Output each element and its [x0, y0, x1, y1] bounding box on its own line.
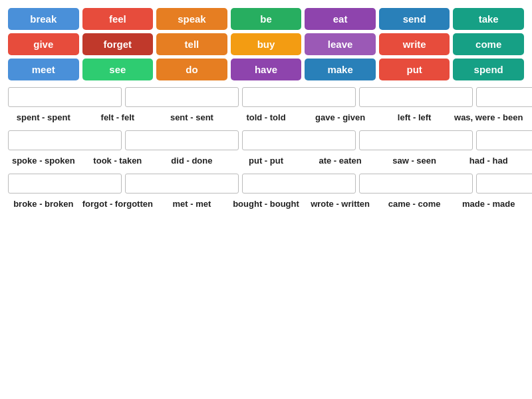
verb-btn-take[interactable]: take [453, 8, 524, 30]
result-cell-3-4: bought - bought [231, 198, 302, 211]
verb-btn-write[interactable]: write [379, 33, 450, 55]
result-row-3: broke - brokenforgot - forgottenmet - me… [8, 198, 524, 211]
result-cell-3-5: wrote - written [305, 198, 376, 211]
verb-btn-break[interactable]: break [8, 8, 79, 30]
result-cell-1-2: felt - felt [82, 111, 154, 125]
result-cell-2-2: took - taken [82, 154, 154, 168]
verb-buttons-grid: breakfeelspeakbeeatsendtakegiveforgettel… [8, 8, 524, 80]
answer-2-1[interactable] [8, 130, 122, 150]
answer-1-2[interactable] [125, 87, 239, 107]
verb-btn-have[interactable]: have [231, 59, 302, 80]
answer-2-3[interactable] [242, 130, 356, 150]
verb-btn-do[interactable]: do [156, 59, 227, 80]
result-cell-2-4: put - put [231, 154, 302, 168]
answer-1-1[interactable] [8, 87, 122, 107]
answer-1-5[interactable] [476, 87, 532, 107]
verb-btn-send[interactable]: send [379, 8, 450, 30]
verb-btn-leave[interactable]: leave [305, 33, 376, 55]
verb-btn-see[interactable]: see [82, 59, 154, 80]
verb-btn-spend[interactable]: spend [453, 59, 524, 80]
verb-btn-forget[interactable]: forget [82, 33, 154, 55]
verb-btn-come[interactable]: come [453, 33, 524, 55]
result-cell-2-7: had - had [453, 154, 524, 168]
answer-2-2[interactable] [125, 130, 239, 150]
result-cell-3-1: broke - broken [8, 198, 79, 211]
answer-3-1[interactable] [8, 174, 122, 194]
verb-btn-give[interactable]: give [8, 33, 79, 55]
result-cell-3-6: came - come [379, 198, 450, 211]
answer-2-4[interactable] [359, 130, 473, 150]
result-cell-2-1: spoke - spoken [8, 154, 79, 168]
result-cell-3-7: made - made [453, 198, 524, 211]
result-cell-1-3: sent - sent [156, 111, 227, 125]
result-cell-3-2: forgot - forgotten [82, 198, 154, 211]
result-row-2: spoke - spokentook - takendid - doneput … [8, 154, 524, 168]
verb-btn-eat[interactable]: eat [305, 8, 376, 30]
result-cell-2-5: ate - eaten [305, 154, 376, 168]
answer-3-5[interactable] [476, 174, 532, 194]
result-cell-1-7: was, were - been [453, 111, 524, 125]
verb-btn-make[interactable]: make [305, 59, 376, 80]
result-cell-2-6: saw - seen [379, 154, 450, 168]
verb-btn-put[interactable]: put [379, 59, 450, 80]
answer-3-3[interactable] [242, 174, 356, 194]
answer-3-2[interactable] [125, 174, 239, 194]
answer-2-5[interactable] [476, 130, 532, 150]
verb-btn-speak[interactable]: speak [156, 8, 227, 30]
result-cell-1-5: gave - given [305, 111, 376, 125]
answer-3-4[interactable] [359, 174, 473, 194]
answer-row-2 [8, 130, 524, 150]
verb-btn-meet[interactable]: meet [8, 59, 79, 80]
answer-row-3 [8, 174, 524, 194]
answer-1-4[interactable] [359, 87, 473, 107]
verb-btn-be[interactable]: be [231, 8, 302, 30]
result-cell-1-4: told - told [231, 111, 302, 125]
answer-1-3[interactable] [242, 87, 356, 107]
result-row-1: spent - spentfelt - feltsent - senttold … [8, 111, 524, 125]
verb-btn-buy[interactable]: buy [231, 33, 302, 55]
answer-row-1 [8, 87, 524, 107]
verb-btn-tell[interactable]: tell [156, 33, 227, 55]
verb-btn-feel[interactable]: feel [82, 8, 154, 30]
result-cell-1-6: left - left [379, 111, 450, 125]
result-cell-1-1: spent - spent [8, 111, 79, 125]
result-cell-3-3: met - met [156, 198, 227, 211]
result-cell-2-3: did - done [156, 154, 227, 168]
